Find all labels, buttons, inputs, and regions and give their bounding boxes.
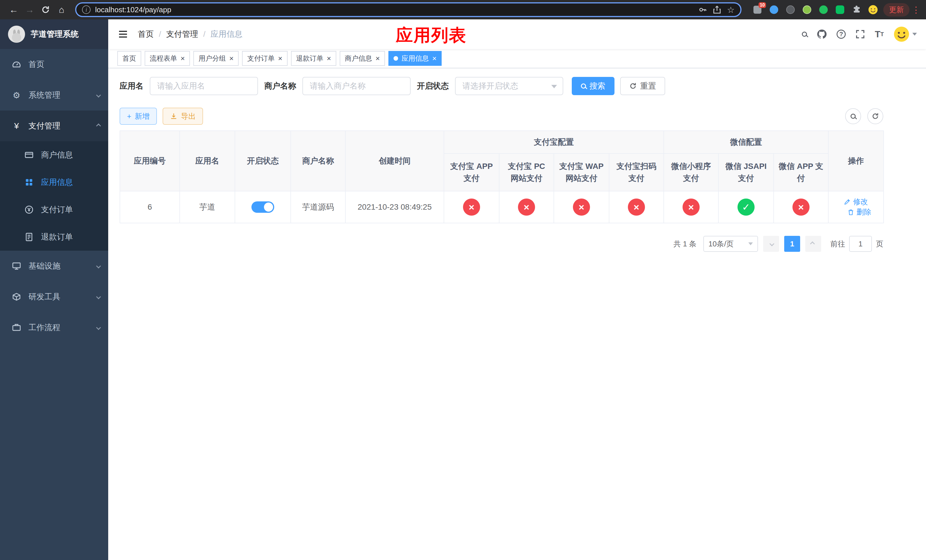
tab-app-info[interactable]: 应用信息 × xyxy=(388,51,442,66)
chevron-up-icon xyxy=(96,124,101,129)
sidebar-item-merchant-info[interactable]: 商户信息 xyxy=(0,141,108,169)
tab-process-form[interactable]: 流程表单 × xyxy=(145,51,190,66)
extension-dark-icon[interactable] xyxy=(785,4,796,15)
merchant-name-input[interactable] xyxy=(303,77,411,95)
col-alipay-pc: 支付宝 PC 网站支付 xyxy=(499,153,554,191)
search-icon[interactable] xyxy=(802,32,807,37)
extension-wechat-icon[interactable] xyxy=(834,4,846,15)
active-dot xyxy=(393,56,398,61)
edit-button[interactable]: 修改 xyxy=(844,197,868,207)
address-bar[interactable]: i localhost:1024/pay/app ☆ xyxy=(75,2,741,17)
font-size-icon[interactable]: TT xyxy=(875,30,884,39)
logo-avatar xyxy=(8,26,25,43)
back-icon[interactable]: ← xyxy=(6,2,22,18)
merchant-name-label: 商户名称 xyxy=(264,80,296,91)
app-logo: 芋道管理系统 xyxy=(0,20,108,49)
sidebar-item-home[interactable]: 首页 xyxy=(0,49,108,80)
close-icon[interactable]: × xyxy=(432,55,437,62)
col-alipay-app: 支付宝 APP 支付 xyxy=(444,153,499,191)
browser-toolbar: ← → ⌂ i localhost:1024/pay/app ☆ 10 xyxy=(0,0,926,20)
sidebar-item-refund-order[interactable]: 退款订单 xyxy=(0,223,108,251)
tab-refund-order[interactable]: 退款订单 × xyxy=(291,51,336,66)
col-actions: 操作 xyxy=(828,131,884,191)
chevron-down-icon xyxy=(96,264,101,269)
reset-button[interactable]: 重置 xyxy=(620,77,665,95)
table-toolbar: + 新增 导出 xyxy=(120,107,883,125)
export-button[interactable]: 导出 xyxy=(163,107,203,125)
page-content: 应用名 商户名称 开启状态 请选择开启状态 xyxy=(108,68,926,560)
page-number-button[interactable]: 1 xyxy=(784,236,800,252)
goto-page-input[interactable] xyxy=(849,236,872,252)
col-wx-mini: 微信小程序支付 xyxy=(664,153,719,191)
delete-button[interactable]: 删除 xyxy=(847,207,872,217)
hamburger-icon[interactable] xyxy=(117,29,129,40)
help-icon[interactable]: ? xyxy=(837,30,846,39)
github-icon[interactable] xyxy=(817,29,827,39)
page-size-value: 10条/页 xyxy=(708,239,734,249)
home-icon[interactable]: ⌂ xyxy=(53,2,70,18)
sidebar-item-workflow[interactable]: 工作流程 xyxy=(0,312,108,343)
sidebar-item-infrastructure[interactable]: 基础设施 xyxy=(0,251,108,282)
close-icon[interactable]: × xyxy=(327,55,331,62)
fullscreen-icon[interactable] xyxy=(855,29,865,39)
app-name-input[interactable] xyxy=(150,77,258,95)
page-size-select[interactable]: 10条/页 xyxy=(703,236,758,252)
alipay-qr-disabled-icon: × xyxy=(628,198,645,216)
browser-menu-icon[interactable]: ⋮ xyxy=(912,5,920,15)
site-info-icon[interactable]: i xyxy=(82,5,91,14)
reload-icon[interactable] xyxy=(38,2,53,18)
tab-label: 支付订单 xyxy=(247,54,274,63)
toggle-search-button[interactable] xyxy=(845,108,861,124)
user-avatar[interactable] xyxy=(894,26,917,42)
close-icon[interactable]: × xyxy=(278,55,282,62)
cell-actions: 修改 删除 xyxy=(828,191,884,223)
extension-badged-icon[interactable]: 10 xyxy=(752,4,763,15)
chevron-down-icon xyxy=(748,242,753,245)
forward-icon[interactable]: → xyxy=(22,2,38,18)
puzzle-icon[interactable] xyxy=(851,4,862,15)
profile-avatar-icon[interactable] xyxy=(867,4,879,15)
close-icon[interactable]: × xyxy=(375,55,380,62)
chevron-down-icon xyxy=(96,295,101,300)
sidebar-item-label: 支付订单 xyxy=(41,204,73,215)
browser-update-button[interactable]: 更新 xyxy=(883,3,909,17)
extension-olive-icon[interactable] xyxy=(801,4,813,15)
wx-jsapi-enabled-icon: ✓ xyxy=(737,198,755,216)
tab-home[interactable]: 首页 xyxy=(117,51,141,66)
bookmark-star-icon[interactable]: ☆ xyxy=(727,5,735,15)
sidebar-item-devtools[interactable]: 研发工具 xyxy=(0,282,108,312)
extension-blue-icon[interactable] xyxy=(768,4,780,15)
sidebar-item-pay-order[interactable]: 支付订单 xyxy=(0,196,108,223)
tab-pay-order[interactable]: 支付订单 × xyxy=(242,51,287,66)
share-icon[interactable] xyxy=(713,5,721,14)
status-label: 开启状态 xyxy=(417,80,449,91)
tab-user-group[interactable]: 用户分组 × xyxy=(193,51,239,66)
sidebar-item-label: 基础设施 xyxy=(29,260,61,271)
cell-merchant: 芋道源码 xyxy=(291,191,345,223)
sidebar-item-app-info[interactable]: 应用信息 xyxy=(0,169,108,196)
tab-merchant-info[interactable]: 商户信息 × xyxy=(340,51,385,66)
extension-green-icon[interactable] xyxy=(818,4,829,15)
breadcrumb-home[interactable]: 首页 xyxy=(138,29,154,39)
search-icon xyxy=(581,83,586,89)
close-icon[interactable]: × xyxy=(180,55,185,62)
breadcrumb-current: 应用信息 xyxy=(211,29,243,39)
password-key-icon[interactable] xyxy=(699,5,707,14)
next-page-button[interactable] xyxy=(805,236,821,252)
chevron-down-icon xyxy=(551,85,557,88)
search-button[interactable]: 搜索 xyxy=(572,77,614,95)
omnibox-actions: ☆ xyxy=(699,5,735,15)
refresh-table-button[interactable] xyxy=(867,108,883,124)
tab-label: 用户分组 xyxy=(198,54,226,63)
status-select-placeholder: 请选择开启状态 xyxy=(462,80,518,91)
close-icon[interactable]: × xyxy=(229,55,233,62)
status-toggle[interactable] xyxy=(251,201,274,213)
add-button[interactable]: + 新增 xyxy=(120,107,157,125)
sidebar-item-payment[interactable]: ¥ 支付管理 xyxy=(0,110,108,141)
status-select[interactable]: 请选择开启状态 xyxy=(455,77,563,95)
chevron-down-icon xyxy=(96,325,101,330)
sidebar-item-system[interactable]: ⚙ 系统管理 xyxy=(0,80,108,110)
extensions-area: 10 xyxy=(752,4,879,15)
prev-page-button[interactable] xyxy=(763,236,779,252)
breadcrumb-payment[interactable]: 支付管理 xyxy=(166,29,198,39)
